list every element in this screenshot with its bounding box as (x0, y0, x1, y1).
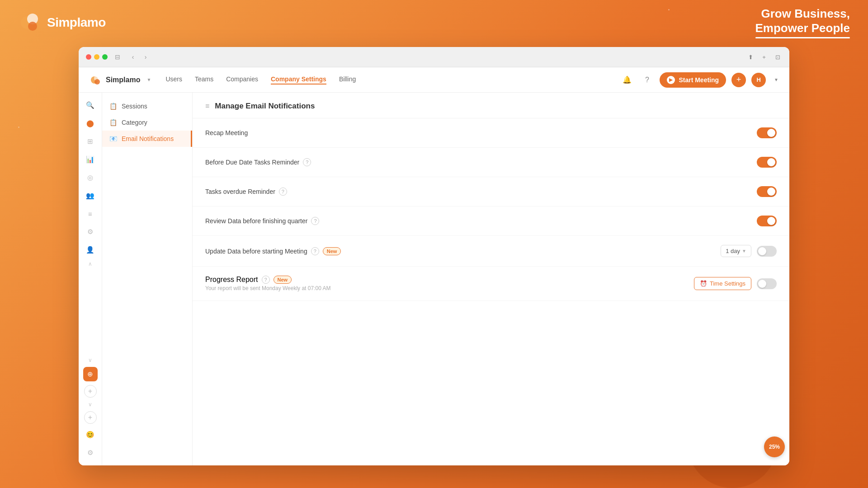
app-name-label: Simplamo (106, 76, 140, 84)
recap-meeting-label: Recap Meeting (205, 129, 248, 136)
close-traffic-light[interactable] (86, 54, 91, 60)
time-settings-button[interactable]: ⏰ Time Settings (694, 277, 751, 290)
before-due-date-toggle-knob (767, 158, 775, 166)
add-button[interactable]: + (731, 73, 746, 87)
bg-dots-left: for(let i=0;i<60;i++) document.currentSc… (18, 127, 59, 196)
before-due-date-right (757, 157, 777, 168)
progress-report-new-badge: New (274, 276, 292, 284)
day-select-value: 1 day (726, 248, 740, 254)
sidebar-chevron-down2[interactable]: ∨ (88, 401, 92, 408)
nav-users[interactable]: Users (165, 75, 182, 84)
left-panel: 📋 Sessions 📋 Category 📧 Email Notificati… (102, 93, 193, 465)
sidebar: 🔍 ⬤ ⊞ 📊 ◎ 👥 ≡ ⚙ 👤 ∧ ∨ ⊕ + ∨ + 😊 ⚙ (79, 93, 102, 465)
time-settings-label: Time Settings (710, 280, 745, 287)
tasks-overdue-help-icon[interactable]: ? (279, 188, 287, 196)
top-nav: Simplamo ▼ Users Teams Companies Company… (79, 67, 789, 93)
progress-report-label: Progress Report (205, 276, 258, 284)
minimize-traffic-light[interactable] (94, 54, 99, 60)
logo-text: Simplamo (47, 15, 106, 30)
nav-teams[interactable]: Teams (195, 75, 213, 84)
sidebar-list-icon[interactable]: ≡ (83, 206, 98, 221)
window-buttons: ⬆ + ⊡ (746, 52, 782, 61)
sidebar-add-bottom[interactable]: + (84, 411, 97, 424)
review-data-right (757, 216, 777, 226)
update-data-help-icon[interactable]: ? (311, 247, 319, 255)
progress-report-label-top: Progress Report ? New (205, 276, 330, 284)
sidebar-face-icon[interactable]: 😊 (83, 427, 98, 442)
update-data-label: Update Data before starting Meeting ? Ne… (205, 247, 341, 255)
panel-item-sessions[interactable]: 📋 Sessions (102, 98, 192, 114)
help-icon[interactable]: ? (640, 73, 654, 87)
maximize-traffic-light[interactable] (102, 54, 108, 60)
sidebar-chevron-down[interactable]: ∨ (88, 357, 92, 363)
review-data-row: Review Data before finishing quarter ? (193, 206, 789, 236)
start-meeting-button[interactable]: ▶ Start Meeting (660, 72, 726, 88)
window-icon[interactable]: ⊡ (773, 52, 782, 61)
update-data-toggle-knob (758, 247, 766, 255)
avatar-dropdown-arrow[interactable]: ▼ (774, 77, 778, 82)
tasks-overdue-toggle[interactable] (757, 186, 777, 197)
back-button[interactable]: ‹ (127, 52, 138, 62)
sidebar-grid-icon[interactable]: ⊞ (83, 134, 98, 149)
sidebar-add-top[interactable]: + (84, 385, 97, 398)
sessions-label: Sessions (122, 103, 147, 110)
update-data-new-badge: New (323, 247, 341, 255)
sidebar-user-icon[interactable]: 👤 (83, 243, 98, 257)
svg-point-5 (94, 79, 100, 84)
section-title: Manage Email Notifications (215, 102, 315, 111)
nav-billing[interactable]: Billing (339, 75, 356, 84)
sidebar-badge-icon[interactable]: ⊕ (83, 367, 98, 381)
sidebar-people-icon[interactable]: 👥 (83, 188, 98, 203)
logo-area: Simplamo (18, 11, 106, 34)
app-inner: Simplamo ▼ Users Teams Companies Company… (79, 67, 789, 465)
avatar-button[interactable]: H (751, 73, 766, 87)
review-data-toggle[interactable] (757, 216, 777, 226)
panel-item-email-notifications[interactable]: 📧 Email Notifications (102, 131, 192, 147)
header: Simplamo Grow Business, Empower People (0, 0, 868, 45)
progress-report-toggle[interactable] (757, 278, 777, 289)
email-notifications-label: Email Notifications (122, 135, 174, 142)
content-area: 🔍 ⬤ ⊞ 📊 ◎ 👥 ≡ ⚙ 👤 ∧ ∨ ⊕ + ∨ + 😊 ⚙ (79, 93, 789, 465)
sidebar-target-icon[interactable]: ◎ (83, 170, 98, 185)
update-data-toggle[interactable] (757, 246, 777, 257)
sidebar-settings-icon[interactable]: ⚙ (83, 225, 98, 239)
before-due-date-toggle[interactable] (757, 157, 777, 168)
share-icon[interactable]: ⬆ (746, 52, 755, 61)
sidebar-search-icon[interactable]: 🔍 (83, 98, 98, 113)
progress-badge[interactable]: 25% (764, 436, 785, 457)
section-header: ≡ Manage Email Notifications (193, 93, 789, 118)
logo-icon (18, 11, 42, 34)
category-icon: 📋 (109, 119, 117, 126)
nav-company-settings[interactable]: Company Settings (271, 75, 326, 84)
sidebar-collapse-icon[interactable]: ∧ (88, 261, 92, 267)
time-settings-clock-icon: ⏰ (700, 280, 707, 287)
panel-item-category[interactable]: 📋 Category (102, 114, 192, 131)
recap-meeting-toggle[interactable] (757, 127, 777, 138)
sidebar-home-icon[interactable]: ⬤ (83, 116, 98, 131)
tasks-overdue-toggle-knob (767, 188, 775, 196)
before-due-date-label: Before Due Date Tasks Reminder ? (205, 158, 311, 166)
nav-buttons: ‹ › (127, 52, 151, 62)
start-meeting-play-icon: ▶ (667, 76, 675, 84)
sidebar-chart-icon[interactable]: 📊 (83, 152, 98, 167)
update-data-day-select[interactable]: 1 day ▼ (721, 245, 751, 257)
tagline: Grow Business, Empower People (755, 7, 850, 38)
review-data-label: Review Data before finishing quarter ? (205, 217, 319, 225)
recap-meeting-right (757, 127, 777, 138)
nav-links: Users Teams Companies Company Settings B… (165, 75, 356, 84)
sidebar-gear-icon[interactable]: ⚙ (83, 446, 98, 460)
forward-button[interactable]: › (140, 52, 151, 62)
nav-companies[interactable]: Companies (226, 75, 258, 84)
app-dropdown-arrow[interactable]: ▼ (146, 77, 151, 82)
svg-point-2 (28, 22, 37, 31)
section-header-icon: ≡ (205, 102, 209, 110)
before-due-date-help-icon[interactable]: ? (303, 158, 311, 166)
start-meeting-label: Start Meeting (679, 76, 719, 84)
new-tab-icon[interactable]: + (760, 52, 769, 61)
sidebar-toggle-icon[interactable]: ⊟ (112, 52, 123, 62)
tasks-overdue-right (757, 186, 777, 197)
notifications-icon[interactable]: 🔔 (620, 73, 634, 87)
progress-report-help-icon[interactable]: ? (262, 276, 270, 284)
review-data-help-icon[interactable]: ? (311, 217, 319, 225)
browser-window: ⊟ ‹ › ⬆ + ⊡ Simplamo ▼ (79, 47, 789, 465)
